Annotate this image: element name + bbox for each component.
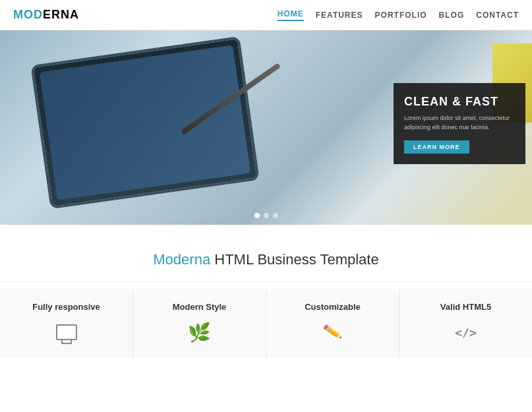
feature-card-responsive: Fully responsive [0,289,133,358]
feature-icon-modern: 🌿 [187,320,212,345]
feature-icon-customizable: ✏️ [320,320,345,345]
monitor-icon [56,324,77,340]
hero-section: CLEAN & FAST Lorem ipsum dolor sit amet,… [0,30,532,225]
feature-card-modern: Modern Style 🌿 [133,289,266,358]
feature-title-modern: Modern Style [143,302,256,312]
feature-card-customizable: Customizable ✏️ [266,289,399,358]
header: MODERNA HOME FEATURES PORTFOLIO BLOG CON… [0,0,532,30]
logo-rest: ERNA [43,8,79,21]
slider-dot-2[interactable] [264,213,269,218]
tablet-screen [40,45,251,200]
hero-overlay-box: CLEAN & FAST Lorem ipsum dolor sit amet,… [394,83,525,164]
section-heading: Moderna HTML Business Template [13,251,519,268]
nav-contact[interactable]: CONTACT [476,11,519,20]
learn-more-button[interactable]: LEARN MORE [404,140,469,154]
edit-icon: ✏️ [322,322,343,342]
feature-icon-responsive [54,320,79,345]
feature-icon-html5: </> [454,320,479,345]
slider-dot-3[interactable] [273,213,278,218]
feature-title-customizable: Customizable [276,302,389,312]
hero-title: CLEAN & FAST [404,95,515,109]
logo-accent: MOD [13,8,43,21]
main-nav: HOME FEATURES PORTFOLIO BLOG CONTACT [278,9,519,21]
nav-blog[interactable]: BLOG [439,11,465,20]
logo: MODERNA [13,8,79,22]
section-title-area: Moderna HTML Business Template [0,225,532,281]
feature-title-responsive: Fully responsive [10,302,123,312]
tablet-decoration [30,36,260,209]
nav-portfolio[interactable]: PORTFOLIO [375,11,427,20]
section-heading-accent: Moderna [153,251,210,268]
code-icon: </> [455,326,477,339]
section-heading-rest: HTML Business Template [210,251,379,268]
leaf-icon: 🌿 [188,322,211,343]
slider-dots [254,213,278,218]
nav-features[interactable]: FEATURES [316,11,363,20]
features-row: Fully responsive Modern Style 🌿 Customiz… [0,281,532,358]
feature-card-html5: Valid HTML5 </> [399,289,532,358]
slider-dot-1[interactable] [254,213,260,218]
feature-title-html5: Valid HTML5 [409,302,522,312]
hero-text: Lorem ipsum dolor sit amet, consectetur … [404,114,515,132]
nav-home[interactable]: HOME [278,9,304,21]
